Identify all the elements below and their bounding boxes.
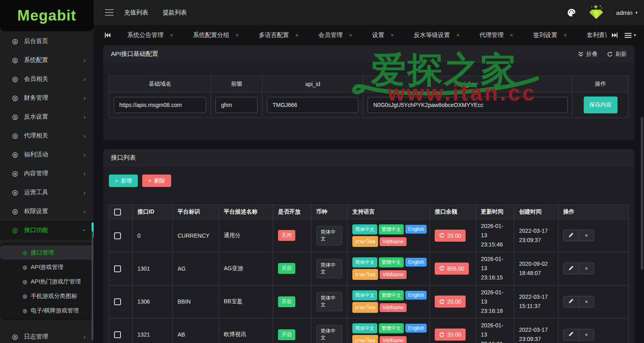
row-checkbox[interactable] bbox=[114, 265, 121, 272]
balance-refresh-badge[interactable]: 855.00 bbox=[435, 263, 469, 275]
save-button[interactable]: 保存内容 bbox=[584, 97, 617, 113]
column-header: 创建时间 bbox=[514, 205, 558, 219]
scroll-tabs-right-icon[interactable] bbox=[607, 33, 622, 38]
interface-id-cell: 1306 bbox=[133, 285, 173, 318]
sidebar-subitem[interactable]: ◎API游戏管理 bbox=[0, 260, 94, 274]
delete-button[interactable]: × 删除 bbox=[142, 175, 171, 187]
interface-list-panel-header: 接口列表 bbox=[103, 149, 634, 166]
tab[interactable]: 反水等级设置× bbox=[404, 25, 470, 45]
sidebar-item-label: 内容管理 bbox=[24, 170, 48, 177]
updated-time-cell: 2026-01-1323:16:21 bbox=[476, 318, 514, 343]
tab-close-icon[interactable]: × bbox=[236, 32, 239, 38]
tab-close-icon[interactable]: × bbox=[349, 32, 352, 38]
sidebar-item[interactable]: ◎财务管理› bbox=[0, 88, 94, 107]
tab[interactable]: 签到设置× bbox=[523, 25, 577, 45]
topbar-link[interactable]: 充值列表 bbox=[124, 9, 148, 16]
disc-icon: ◎ bbox=[12, 132, 18, 139]
sidebar-item[interactable]: ◎权限设置› bbox=[0, 202, 94, 221]
base-domain-input[interactable] bbox=[114, 97, 206, 113]
sidebar-item[interactable]: ◎会员相关› bbox=[0, 70, 94, 88]
tab[interactable]: 套利查询× bbox=[577, 25, 607, 45]
column-header: 平台标识 bbox=[173, 205, 219, 219]
remove-button[interactable]: × bbox=[579, 263, 594, 274]
tab[interactable]: 多语言配置× bbox=[249, 25, 309, 45]
sidebar-item[interactable]: ◎后台首页 bbox=[0, 32, 94, 51]
disc-icon: ◎ bbox=[22, 279, 27, 284]
sidebar-item[interactable]: ◎内容管理› bbox=[0, 164, 94, 183]
api-key-input[interactable] bbox=[368, 97, 568, 113]
tab-close-icon[interactable]: × bbox=[510, 32, 513, 38]
main-column: 充值列表提款列表 admin ▾ bbox=[94, 0, 644, 343]
refresh-button[interactable]: 刷新 bbox=[607, 51, 627, 58]
prefix-input[interactable] bbox=[215, 97, 258, 113]
tab[interactable]: 系统配置分组× bbox=[183, 25, 249, 45]
pencil-icon bbox=[568, 298, 574, 305]
sidebar-item[interactable]: ◎运营工具› bbox=[0, 183, 94, 202]
panel-title: 接口列表 bbox=[111, 154, 136, 162]
row-checkbox[interactable] bbox=[114, 298, 121, 305]
collapse-button[interactable]: 折叠 bbox=[578, 51, 597, 58]
sidebar-subitem[interactable]: ◎电子/棋牌游戏管理 bbox=[0, 303, 94, 318]
sidebar-item[interactable]: ◎系统配置› bbox=[0, 51, 94, 70]
balance-refresh-badge[interactable]: 20.00 bbox=[435, 230, 466, 242]
select-all-checkbox[interactable] bbox=[114, 209, 121, 216]
scroll-tabs-left-icon[interactable] bbox=[100, 33, 116, 38]
tab-close-icon[interactable]: × bbox=[295, 32, 298, 38]
sidebar-subitem[interactable]: ◎手机游戏分类图标 bbox=[0, 289, 94, 303]
brand-logo[interactable]: Megabit bbox=[0, 0, 94, 31]
edit-button[interactable] bbox=[563, 263, 579, 274]
api-id-input[interactable] bbox=[267, 97, 358, 113]
sidebar-item[interactable]: ◎接口功能› bbox=[0, 221, 94, 240]
tab[interactable]: 会员管理× bbox=[309, 25, 362, 45]
tab[interactable]: 系统公告管理× bbox=[117, 25, 183, 45]
currency-cell: 简体中文 bbox=[311, 285, 348, 318]
sidebar-subitem[interactable]: ◎API热门游戏厅管理 bbox=[0, 274, 94, 289]
close-icon: × bbox=[585, 299, 588, 305]
sidebar-subitem[interactable]: ◎接口管理 bbox=[0, 245, 94, 260]
row-checkbox[interactable] bbox=[114, 331, 121, 338]
remove-button[interactable]: × bbox=[579, 329, 594, 341]
tab-close-icon[interactable]: × bbox=[564, 32, 567, 38]
platform-code-cell: AB bbox=[173, 318, 219, 343]
sidebar-item[interactable]: ◎日志管理› bbox=[0, 327, 94, 343]
sidebar-item[interactable]: ◎福利活动› bbox=[0, 145, 94, 164]
theme-palette-icon[interactable] bbox=[567, 8, 576, 17]
actions-cell: × bbox=[558, 252, 629, 285]
action-button-group: × bbox=[563, 296, 594, 308]
sidebar-item[interactable]: ◎反水设置› bbox=[0, 107, 94, 126]
tab-label: 代理管理 bbox=[480, 31, 504, 39]
column-header: 币种 bbox=[311, 205, 348, 219]
balance-refresh-badge[interactable]: 20.00 bbox=[435, 329, 466, 341]
edit-button[interactable] bbox=[563, 296, 579, 308]
currency-tag: 简体中文 bbox=[316, 226, 342, 245]
balance-refresh-badge[interactable]: 20.00 bbox=[435, 296, 466, 308]
platform-code-cell: BBIN bbox=[173, 285, 219, 318]
tab[interactable]: 设置× bbox=[362, 25, 404, 45]
diamond-logo-icon[interactable] bbox=[587, 4, 605, 21]
chevron-down-icon: ▾ bbox=[635, 10, 638, 15]
tab-close-icon[interactable]: × bbox=[456, 32, 460, 38]
page-scrollbar[interactable] bbox=[641, 117, 643, 270]
balance-cell: 20.00 bbox=[430, 318, 476, 343]
remove-button[interactable]: × bbox=[579, 230, 594, 241]
tab-close-icon[interactable]: × bbox=[390, 32, 394, 38]
edit-button[interactable] bbox=[563, 230, 579, 241]
action-button-group: × bbox=[563, 329, 594, 341]
tab[interactable]: 代理管理× bbox=[470, 25, 523, 45]
topbar-link[interactable]: 提款列表 bbox=[163, 9, 187, 16]
sidebar-item[interactable]: ◎代理相关› bbox=[0, 126, 94, 145]
languages-cell: 简体中文繁體中文EnglishภาษาไทยViệtName bbox=[348, 252, 430, 285]
add-button[interactable]: + 新增 bbox=[109, 175, 138, 187]
remove-button[interactable]: × bbox=[579, 296, 594, 308]
updated-date: 2026-01-13 bbox=[481, 222, 509, 240]
sidebar-scrollbar[interactable] bbox=[92, 231, 93, 340]
tab-close-icon[interactable]: × bbox=[170, 32, 173, 38]
row-select-cell bbox=[109, 219, 133, 252]
user-dropdown[interactable]: admin ▾ bbox=[616, 9, 638, 16]
edit-button[interactable] bbox=[563, 329, 579, 341]
tab-options-dropdown[interactable]: ▾ bbox=[622, 32, 638, 39]
language-tag: 简体中文 bbox=[352, 224, 377, 234]
tab-label: 签到设置 bbox=[533, 31, 557, 39]
hamburger-menu-icon[interactable] bbox=[105, 7, 114, 18]
row-checkbox[interactable] bbox=[114, 232, 121, 239]
